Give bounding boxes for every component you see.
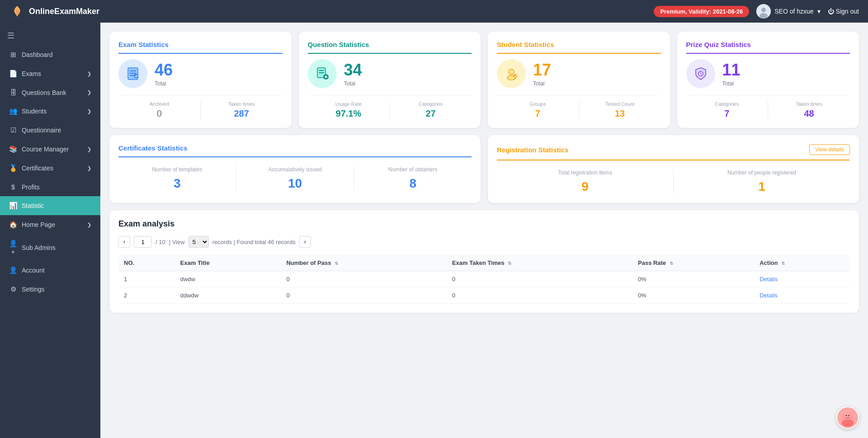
- student-stats-main: 17 Total: [497, 59, 661, 88]
- student-icon: [504, 66, 519, 81]
- top-navigation: OnlineExamMaker Premium, Validity: 2021-…: [0, 0, 868, 23]
- svg-rect-10: [319, 70, 324, 71]
- premium-badge: Premium, Validity: 2021-08-26: [654, 6, 749, 17]
- cell-rate: 0%: [632, 287, 754, 304]
- cell-pass: 0: [281, 271, 447, 287]
- award-icon: 🏅: [9, 164, 17, 172]
- student-stats-sub-row: Groups 7 Tested Count 13: [497, 95, 661, 119]
- cell-no: 2: [118, 287, 175, 304]
- menu-toggle-button[interactable]: ☰: [0, 26, 100, 45]
- svg-point-2: [761, 8, 766, 12]
- student-stats-total-block: 17 Total: [533, 61, 551, 87]
- cert-stats-card: Certificates Statistics Number of templa…: [109, 135, 481, 203]
- sidebar-item-course-manager[interactable]: 📚 Course Manager ❯: [0, 140, 100, 159]
- question-stats-total-block: 34 Total: [344, 61, 362, 87]
- svg-point-8: [134, 74, 138, 78]
- grid-icon: ⊞: [9, 51, 17, 59]
- svg-point-18: [842, 419, 854, 427]
- cell-action[interactable]: Details: [754, 271, 850, 287]
- cert-stats-title: Certificates Statistics: [118, 144, 472, 157]
- chevron-right-icon: ❯: [87, 146, 91, 152]
- user-info[interactable]: SEO of hzxue ▾: [756, 4, 820, 19]
- sidebar-label-profits: Profits: [22, 184, 40, 191]
- sidebar-item-exams[interactable]: 📄 Exams ❯: [0, 64, 100, 83]
- sidebar-label-sub-admins: Sub Admins: [22, 244, 56, 251]
- question-stats-main: 34 Total: [308, 59, 472, 88]
- sidebar-item-questions-bank[interactable]: 🗄 Questions Bank ❯: [0, 83, 100, 102]
- sidebar-label-students: Students: [22, 108, 47, 115]
- sidebar-item-profits[interactable]: $ Profits: [0, 178, 100, 196]
- question-gear-icon: [315, 66, 330, 81]
- sidebar-item-statistic[interactable]: 📊 Statistic: [0, 196, 100, 215]
- records-per-page-select[interactable]: 5 10 20: [189, 236, 209, 248]
- svg-point-20: [846, 415, 847, 416]
- sidebar-label-dashboard: Dashboard: [22, 51, 53, 58]
- cell-title: ddwdw: [175, 287, 281, 304]
- cell-action[interactable]: Details: [754, 287, 850, 304]
- home-icon: 🏠: [9, 221, 17, 229]
- sidebar-item-certificates[interactable]: 🏅 Certificates ❯: [0, 159, 100, 178]
- sidebar-item-account[interactable]: 👤 Account: [0, 261, 100, 280]
- stats-grid: Exam Statistics 46: [109, 32, 859, 128]
- sidebar-label-course-manager: Course Manager: [22, 146, 69, 153]
- cert-metrics: Number of templates 3 Accumulatively iss…: [118, 166, 472, 191]
- file-icon: 📄: [9, 70, 17, 78]
- user-name: SEO of hzxue: [774, 8, 813, 15]
- sidebar-label-statistic: Statistic: [22, 202, 44, 209]
- sidebar-item-sub-admins[interactable]: 👤+ Sub Admins: [0, 234, 100, 261]
- prize-quiz-sub-row: Categories 7 Taken times 48: [686, 95, 850, 119]
- question-stats-total-label: Total: [344, 80, 362, 87]
- bar-chart-icon: 📊: [9, 202, 17, 210]
- prize-quiz-stats-main: 11 Total: [686, 59, 850, 88]
- check-square-icon: ☑: [9, 126, 17, 134]
- svg-rect-11: [319, 72, 324, 73]
- reg-stats-header: Registration Statistics View details: [497, 144, 850, 160]
- pagination-row: ‹ / 10 | View 5 10 20 records | Found to…: [118, 236, 850, 248]
- prize-shield-icon: [693, 66, 708, 81]
- prev-page-button[interactable]: ‹: [118, 236, 130, 248]
- main-content: Exam Statistics 46: [100, 23, 868, 438]
- cell-rate: 0%: [632, 271, 754, 287]
- chevron-right-icon: ❯: [87, 222, 91, 228]
- sidebar-item-home-page[interactable]: 🏠 Home Page ❯: [0, 215, 100, 234]
- table-row: 1 dwdw 0 0 0% Details: [118, 271, 850, 287]
- next-page-button[interactable]: ›: [299, 236, 311, 248]
- chevron-down-icon: ▾: [817, 8, 821, 15]
- power-icon: ⏻: [828, 8, 834, 15]
- exam-stats-total-label: Total: [155, 80, 173, 87]
- prize-quiz-categories: Categories 7: [686, 101, 768, 119]
- student-stats-title: Student Statistics: [497, 41, 661, 54]
- question-stats-total-number: 34: [344, 61, 362, 80]
- exam-analysis-title: Exam analysis: [118, 219, 850, 229]
- cert-obtainers-metric: Number of obtainers 8: [354, 166, 472, 191]
- view-details-button[interactable]: View details: [809, 144, 850, 155]
- sidebar-label-certificates: Certificates: [22, 165, 53, 172]
- exam-document-icon: [125, 66, 141, 81]
- stats-row2: Certificates Statistics Number of templa…: [109, 135, 859, 203]
- sidebar-item-questionnaire[interactable]: ☑ Questionnaire: [0, 121, 100, 140]
- exam-stats-taken: Taken times 287: [200, 101, 283, 119]
- topnav-right: Premium, Validity: 2021-08-26 SEO of hzx…: [654, 4, 859, 19]
- sign-out-button[interactable]: ⏻ Sign out: [828, 8, 859, 15]
- sidebar-item-settings[interactable]: ⚙ Settings: [0, 280, 100, 299]
- sidebar-item-students[interactable]: 👥 Students ❯: [0, 102, 100, 121]
- exam-analysis-section: Exam analysis ‹ / 10 | View 5 10 20 reco…: [109, 210, 859, 313]
- student-stats-icon-circle: [497, 59, 526, 88]
- users-icon: 👥: [9, 107, 17, 115]
- floating-avatar[interactable]: [836, 406, 859, 429]
- settings-icon: ⚙: [9, 285, 17, 293]
- col-pass: Number of Pass ⇅: [281, 255, 447, 271]
- reg-stats-card: Registration Statistics View details Tot…: [488, 135, 859, 203]
- cell-taken: 0: [447, 287, 632, 304]
- cell-no: 1: [118, 271, 175, 287]
- exam-stats-card: Exam Statistics 46: [109, 32, 292, 128]
- reg-people-metric: Number of people registered 1: [673, 170, 850, 194]
- svg-point-13: [509, 69, 514, 75]
- reg-metrics: Total registration items 9 Number of peo…: [497, 170, 850, 194]
- cert-issued-metric: Accumulatively issued 10: [236, 166, 354, 191]
- col-taken: Exam Taken Times ⇅: [447, 255, 632, 271]
- view-label: | View: [169, 239, 185, 245]
- current-page-input[interactable]: [134, 236, 152, 248]
- sidebar-item-dashboard[interactable]: ⊞ Dashboard: [0, 45, 100, 64]
- cell-pass: 0: [281, 287, 447, 304]
